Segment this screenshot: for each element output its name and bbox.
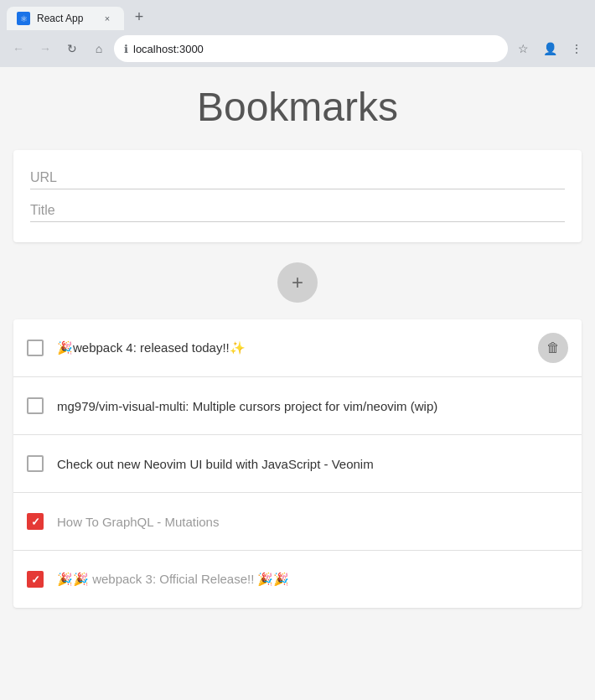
toolbar-icons: ☆ 👤 ⋮ (511, 37, 588, 60)
address-text: localhost:3000 (133, 43, 204, 55)
active-tab[interactable]: ⚛ React App × (7, 7, 124, 30)
bookmark-item: 🎉🎉 webpack 3: Official Release!! 🎉🎉🗑 (13, 551, 582, 608)
forward-button[interactable]: → (34, 37, 57, 60)
bookmark-item: 🎉webpack 4: released today!!✨🗑 (13, 319, 582, 377)
home-button[interactable]: ⌂ (87, 37, 111, 60)
bookmark-label: Check out new Neovim UI build with JavaS… (57, 457, 538, 471)
trash-icon: 🗑 (546, 514, 560, 529)
page-title: Bookmarks (13, 84, 582, 130)
back-button[interactable]: ← (7, 37, 30, 60)
title-input[interactable] (30, 196, 565, 222)
profile-button[interactable]: 👤 (538, 37, 561, 60)
url-field (30, 163, 565, 189)
bookmark-item: How To GraphQL - Mutations🗑 (13, 493, 582, 551)
title-field (30, 196, 565, 222)
bookmarks-list: 🎉webpack 4: released today!!✨🗑mg979/vim-… (13, 319, 582, 608)
tab-favicon: ⚛ (17, 12, 30, 25)
bookmark-checkbox[interactable] (27, 513, 44, 530)
url-input[interactable] (30, 163, 565, 189)
form-card (13, 150, 582, 242)
trash-icon: 🗑 (546, 456, 560, 471)
menu-button[interactable]: ⋮ (565, 37, 588, 60)
bookmark-checkbox[interactable] (27, 340, 44, 356)
reload-button[interactable]: ↻ (60, 37, 84, 60)
trash-icon: 🗑 (546, 340, 560, 355)
browser-chrome: ⚛ React App × + ← → ↻ ⌂ ℹ localhost:3000… (0, 0, 595, 67)
add-bookmark-button[interactable]: + (277, 262, 318, 303)
tab-title: React App (37, 13, 94, 24)
info-icon: ℹ (124, 43, 128, 55)
address-bar[interactable]: ℹ localhost:3000 (114, 35, 508, 62)
add-button-container: + (13, 262, 582, 303)
bookmark-star-button[interactable]: ☆ (511, 37, 535, 60)
trash-icon: 🗑 (546, 572, 560, 587)
new-tab-button[interactable]: + (127, 5, 151, 29)
address-bar-row: ← → ↻ ⌂ ℹ localhost:3000 ☆ 👤 ⋮ (0, 30, 595, 67)
bookmark-label: 🎉webpack 4: released today!!✨ (57, 340, 538, 355)
bookmark-label: 🎉🎉 webpack 3: Official Release!! 🎉🎉 (57, 572, 538, 587)
page-content: Bookmarks + 🎉webpack 4: released today!!… (0, 67, 595, 700)
bookmark-checkbox[interactable] (27, 571, 44, 588)
bookmark-label: How To GraphQL - Mutations (57, 515, 538, 529)
bookmark-label: mg979/vim-visual-multi: Multiple cursors… (57, 399, 538, 413)
bookmark-checkbox[interactable] (27, 455, 44, 472)
tab-close-button[interactable]: × (101, 12, 114, 25)
bookmark-item: Check out new Neovim UI build with JavaS… (13, 435, 582, 493)
bookmark-item: mg979/vim-visual-multi: Multiple cursors… (13, 377, 582, 435)
trash-icon: 🗑 (546, 398, 560, 413)
delete-bookmark-button[interactable]: 🗑 (538, 333, 568, 363)
tab-bar: ⚛ React App × + (0, 0, 595, 30)
bookmark-checkbox[interactable] (27, 397, 44, 414)
